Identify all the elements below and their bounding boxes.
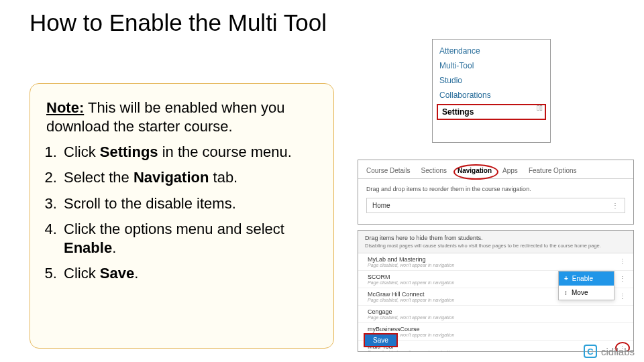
tab-sections[interactable]: Sections (421, 167, 447, 174)
tab-apps[interactable]: Apps (502, 167, 518, 174)
options-popover: + Enable ↕ Move (558, 271, 614, 300)
list-item[interactable]: myBusinessCourse Page disabled, won't ap… (358, 323, 633, 341)
page-title: How to Enable the Multi Tool (30, 9, 327, 36)
disabled-items-screenshot: Drag items here to hide them from studen… (358, 230, 634, 352)
disabled-list: MyLab and Mastering Page disabled, won't… (358, 253, 633, 352)
tab-feature-options[interactable]: Feature Options (529, 167, 577, 174)
cidilabs-logo: C cidilabs (584, 345, 635, 358)
kebab-icon[interactable]: ⋮ (619, 292, 627, 300)
list-item[interactable]: MyLab and Mastering Page disabled, won't… (358, 253, 633, 271)
tab-navigation[interactable]: Navigation (458, 167, 492, 174)
step-4: Click the options menu and select Enable… (61, 220, 319, 257)
kebab-icon[interactable]: ⋮ (619, 257, 627, 265)
nav-item-home[interactable]: Home ⋮ (366, 198, 625, 213)
step-5: Click Save. (61, 264, 319, 283)
tabs-row: Course Details Sections Navigation Apps … (358, 160, 633, 179)
plus-icon: + (564, 275, 568, 282)
nav-item-label: Home (372, 202, 390, 209)
settings-tabs-screenshot: Course Details Sections Navigation Apps … (358, 160, 634, 225)
list-item[interactable]: Cengage Page disabled, won't appear in n… (358, 306, 633, 323)
sidebar-item-collaborations[interactable]: Collaborations (433, 88, 550, 103)
sidebar-item-settings[interactable]: Settings (437, 104, 546, 120)
note-label: Note: (46, 99, 84, 116)
logo-text: cidilabs (601, 346, 635, 357)
step-2: Select the Navigation tab. (61, 168, 319, 187)
kebab-icon[interactable]: ⋮ (619, 275, 627, 282)
course-menu-screenshot: Attendance Multi-Tool Studio Collaborati… (432, 39, 551, 143)
move-icon: ↕ (564, 289, 568, 296)
disabled-header: Drag items here to hide them from studen… (358, 231, 633, 253)
note-panel: Note: This will be enabled when you down… (30, 83, 334, 349)
sidebar-item-studio[interactable]: Studio (433, 73, 550, 88)
steps-list: Click Settings in the course menu. Selec… (46, 143, 319, 283)
hidden-icon: 👁̸ (537, 103, 543, 113)
tab-course-details[interactable]: Course Details (366, 167, 411, 174)
sidebar-item-multitool[interactable]: Multi-Tool (433, 58, 550, 73)
step-1: Click Settings in the course menu. (61, 143, 319, 162)
step-3: Scroll to the disable items. (61, 194, 319, 213)
sidebar-item-attendance[interactable]: Attendance (433, 44, 550, 58)
tabs-desc: Drag and drop items to reorder them in t… (358, 179, 633, 194)
save-button[interactable]: Save (364, 333, 398, 347)
popover-enable[interactable]: + Enable (559, 272, 614, 286)
logo-badge: C (584, 345, 597, 358)
popover-move[interactable]: ↕ Move (559, 286, 614, 300)
note-text: Note: This will be enabled when you down… (46, 99, 319, 136)
kebab-icon[interactable]: ⋮ (612, 202, 619, 209)
